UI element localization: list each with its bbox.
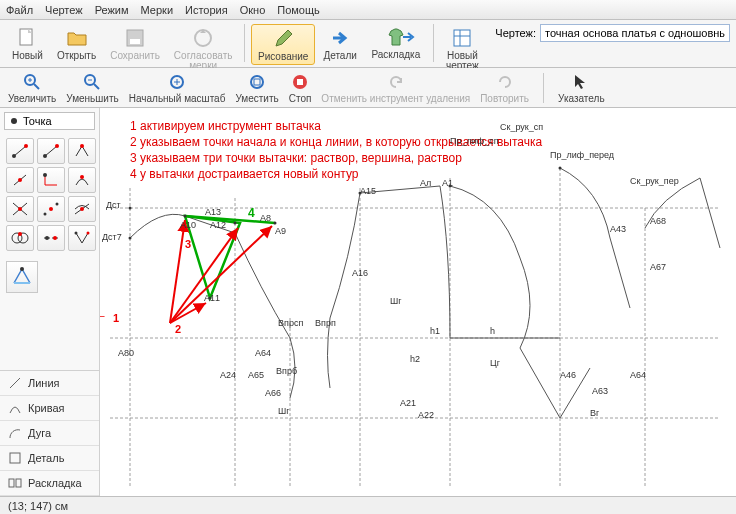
svg-rect-4: [454, 30, 470, 46]
tool-panel: Точка Линия Кривая Дуга Деталь Раскладка: [0, 108, 100, 496]
svg-point-78: [559, 167, 562, 170]
fit-label: Уместить: [235, 93, 278, 104]
tool-10[interactable]: [6, 225, 34, 251]
lbl-a68: А68: [650, 216, 666, 226]
statusbar: (13; 147) см: [0, 496, 736, 514]
zoomfit-button[interactable]: Начальный масштаб: [129, 72, 226, 104]
svg-point-31: [80, 175, 84, 179]
tool-12[interactable]: [68, 225, 96, 251]
open-label: Открыть: [57, 51, 96, 61]
menu-help[interactable]: Помощь: [277, 4, 320, 16]
draw-button[interactable]: Рисование: [251, 24, 315, 65]
tool-9[interactable]: [68, 196, 96, 222]
drawing-input[interactable]: [540, 24, 730, 42]
svg-point-26: [43, 154, 47, 158]
undo-button[interactable]: Отменить инструмент удаления: [321, 72, 470, 104]
tool-11[interactable]: [37, 225, 65, 251]
new-label: Новый: [12, 51, 43, 61]
details-button[interactable]: Детали: [317, 24, 362, 63]
tool-4[interactable]: [6, 167, 34, 193]
drawing-selector: Чертеж:: [495, 24, 730, 42]
menu-measures[interactable]: Мерки: [141, 4, 173, 16]
menu-history[interactable]: История: [185, 4, 228, 16]
canvas[interactable]: 1 активируем инструмент вытачка 2 указыв…: [100, 108, 736, 496]
sync-button[interactable]: Согласовать мерки: [168, 24, 239, 73]
menu-window[interactable]: Окно: [240, 4, 266, 16]
svg-line-12: [94, 84, 99, 89]
lbl-a67: А67: [650, 262, 666, 272]
zoomout-button[interactable]: Уменьшить: [66, 72, 118, 104]
fit-button[interactable]: Уместить: [235, 72, 278, 104]
cat-layout[interactable]: Раскладка: [0, 471, 99, 496]
svg-point-22: [12, 154, 16, 158]
marker-1: ← 1: [100, 306, 119, 327]
zoomin-button[interactable]: Увеличить: [8, 72, 56, 104]
tool-2[interactable]: [37, 138, 65, 164]
layout-button[interactable]: Раскладка: [365, 24, 427, 62]
marker-3: 3: [185, 238, 191, 250]
cat-line[interactable]: Линия: [0, 371, 99, 396]
lbl-a66: А66: [265, 388, 281, 398]
svg-point-35: [49, 207, 53, 211]
lbl-vprn: Впрп: [315, 318, 336, 328]
category-list: Линия Кривая Дуга Деталь Раскладка: [0, 370, 99, 496]
svg-point-47: [87, 232, 90, 235]
pencil-icon: [271, 27, 295, 51]
menu-mode[interactable]: Режим: [95, 4, 129, 16]
newdraw-button[interactable]: Новый чертеж: [439, 24, 485, 73]
new-button[interactable]: Новый: [6, 24, 49, 63]
lbl-cg: Цг: [490, 358, 500, 368]
svg-rect-18: [254, 79, 260, 85]
separator: [244, 24, 245, 62]
svg-point-17: [251, 76, 263, 88]
undo-label: Отменить инструмент удаления: [321, 93, 470, 104]
svg-rect-20: [297, 79, 303, 85]
dart-tool[interactable]: [6, 261, 38, 293]
point-tab-label: Точка: [23, 115, 52, 127]
lbl-a8: А8: [260, 213, 271, 223]
main-area: Точка Линия Кривая Дуга Деталь Раскладка: [0, 108, 736, 496]
zoomout-label: Уменьшить: [66, 93, 118, 104]
svg-point-75: [274, 222, 277, 225]
lbl-a80: А80: [118, 348, 134, 358]
lbl-dst: Дст: [106, 200, 121, 210]
lbl-h: h: [490, 326, 495, 336]
lbl-a63: А63: [592, 386, 608, 396]
folder-icon: [65, 26, 89, 50]
lbl-prlifsp: Пр_лиф_сп: [450, 136, 499, 146]
svg-point-44: [45, 236, 49, 240]
tool-5[interactable]: [37, 167, 65, 193]
svg-line-50: [10, 378, 20, 388]
menubar: Файл Чертеж Режим Мерки История Окно Пом…: [0, 0, 736, 20]
instruction-1: 1 активируем инструмент вытачка: [130, 118, 321, 134]
lbl-a43: А43: [610, 224, 626, 234]
lbl-a9: А9: [275, 226, 286, 236]
point-tab[interactable]: Точка: [4, 112, 95, 130]
cat-arc[interactable]: Дуга: [0, 421, 99, 446]
redo-button[interactable]: Повторить: [480, 72, 529, 104]
lbl-dst7: Дст7: [102, 232, 122, 242]
svg-line-66: [170, 220, 185, 323]
stop-button[interactable]: Стоп: [289, 72, 312, 104]
separator: [433, 24, 434, 62]
details-label: Детали: [323, 51, 356, 61]
cat-curve[interactable]: Кривая: [0, 396, 99, 421]
menu-drawing[interactable]: Чертеж: [45, 4, 83, 16]
tool-7[interactable]: [6, 196, 34, 222]
tool-6[interactable]: [68, 167, 96, 193]
cat-detail[interactable]: Деталь: [0, 446, 99, 471]
lbl-h1: h1: [430, 326, 440, 336]
tool-1[interactable]: [6, 138, 34, 164]
svg-line-24: [45, 146, 57, 156]
svg-point-71: [129, 237, 132, 240]
pointer-label: Указатель: [558, 93, 605, 104]
svg-point-36: [44, 213, 47, 216]
save-button[interactable]: Сохранить: [104, 24, 166, 63]
tool-palette: [0, 134, 99, 255]
tool-8[interactable]: [37, 196, 65, 222]
arrow-icon: [397, 25, 421, 49]
tool-3[interactable]: [68, 138, 96, 164]
menu-file[interactable]: Файл: [6, 4, 33, 16]
pointer-button[interactable]: Указатель: [558, 72, 605, 104]
open-button[interactable]: Открыть: [51, 24, 102, 63]
